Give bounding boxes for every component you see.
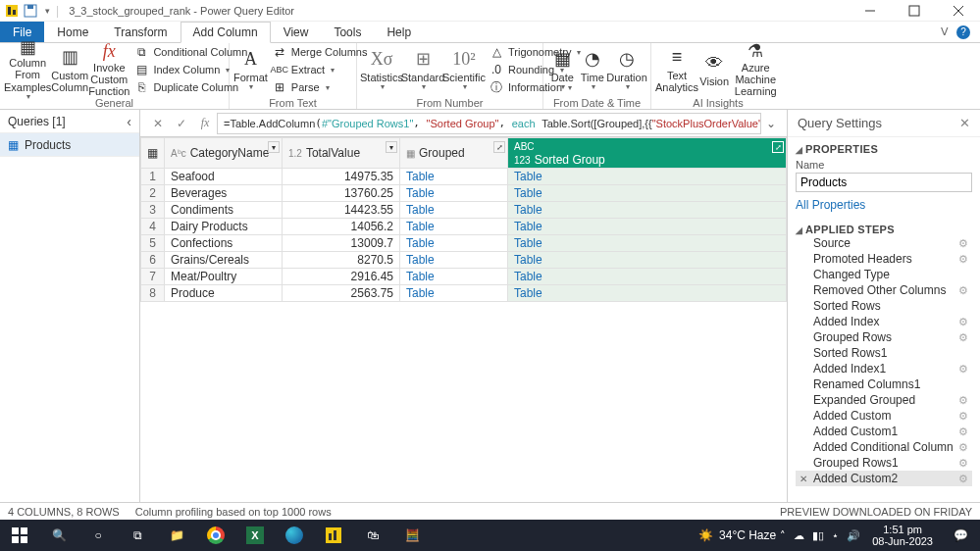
data-grid[interactable]: ▦ AᵇcCategoryName▾ 1.2TotalValue▾ ▦Group…: [140, 137, 787, 521]
cell-totalvalue[interactable]: 13009.7: [283, 235, 400, 252]
cell-totalvalue[interactable]: 14423.55: [283, 202, 400, 219]
cell-totalvalue[interactable]: 2916.45: [283, 269, 400, 285]
text-analytics-button[interactable]: ≡Text Analytics: [655, 43, 698, 96]
applied-step[interactable]: Sorted Rows1: [796, 345, 972, 361]
gear-icon[interactable]: ⚙: [958, 253, 968, 266]
cell-totalvalue[interactable]: 14056.2: [283, 219, 400, 235]
expand-icon[interactable]: ⤢: [772, 141, 784, 153]
battery-icon[interactable]: ▮▯: [812, 529, 824, 542]
notifications-icon[interactable]: 💬: [941, 520, 980, 551]
filter-icon[interactable]: ▾: [386, 141, 397, 153]
help-icon[interactable]: ?: [956, 25, 970, 39]
applied-step[interactable]: Grouped Rows⚙: [796, 329, 972, 345]
file-explorer-icon[interactable]: 📁: [157, 520, 196, 551]
row-number[interactable]: 7: [141, 269, 165, 285]
gear-icon[interactable]: ⚙: [958, 394, 968, 407]
cell-category[interactable]: Beverages: [165, 185, 283, 202]
applied-step[interactable]: Renamed Columns1: [796, 376, 972, 392]
row-number[interactable]: 3: [141, 202, 165, 219]
column-from-examples-button[interactable]: ▦ Column From Examples: [4, 43, 51, 96]
tab-add-column[interactable]: Add Column: [181, 22, 271, 43]
applied-step[interactable]: Added Custom2⚙: [796, 471, 972, 486]
applied-step[interactable]: Changed Type: [796, 267, 972, 282]
accept-formula-icon[interactable]: ✓: [170, 113, 193, 134]
wifi-icon[interactable]: ⋆: [832, 529, 839, 542]
cell-category[interactable]: Condiments: [165, 202, 283, 219]
tab-view[interactable]: View: [271, 22, 322, 42]
search-icon[interactable]: 🔍: [39, 520, 78, 551]
cell-grouped[interactable]: Table: [400, 285, 508, 302]
tab-home[interactable]: Home: [44, 22, 101, 42]
expand-icon[interactable]: ⤢: [493, 141, 505, 153]
cell-sortedgroup[interactable]: Table: [508, 202, 787, 219]
cell-totalvalue[interactable]: 2563.75: [283, 285, 400, 302]
task-view-icon[interactable]: ⧉: [118, 520, 157, 551]
cell-sortedgroup[interactable]: Table: [508, 169, 787, 185]
gear-icon[interactable]: ⚙: [958, 237, 968, 250]
save-icon[interactable]: [22, 2, 39, 20]
name-input[interactable]: [796, 173, 972, 192]
custom-column-button[interactable]: ▥ Custom Column: [51, 43, 88, 96]
row-number[interactable]: 8: [141, 285, 165, 302]
azure-ml-button[interactable]: ⚗Azure Machine Learning: [730, 43, 781, 96]
tab-transform[interactable]: Transform: [101, 22, 180, 42]
applied-step[interactable]: Added Custom1⚙: [796, 424, 972, 439]
merge-columns-button[interactable]: ⇄Merge Columns: [272, 43, 368, 61]
gear-icon[interactable]: ⚙: [958, 473, 968, 485]
close-settings-icon[interactable]: ✕: [959, 116, 970, 130]
applied-step[interactable]: Added Conditional Column⚙: [796, 439, 972, 455]
minimize-button[interactable]: [848, 0, 892, 22]
cell-grouped[interactable]: Table: [400, 252, 508, 269]
time-button[interactable]: ◔Time: [578, 43, 608, 96]
gear-icon[interactable]: ⚙: [958, 441, 968, 454]
calculator-icon[interactable]: 🧮: [392, 520, 432, 551]
format-button[interactable]: A Format: [233, 43, 268, 96]
applied-step[interactable]: Added Index1⚙: [796, 361, 972, 376]
parse-button[interactable]: ⊞Parse: [272, 78, 368, 96]
ribbon-collapse-icon[interactable]: ᐯ: [941, 25, 949, 38]
cell-category[interactable]: Seafood: [165, 169, 283, 185]
gear-icon[interactable]: ⚙: [958, 331, 968, 344]
weather-widget[interactable]: ☀️ 34°C Haze: [698, 528, 776, 542]
row-number[interactable]: 4: [141, 219, 165, 235]
cell-totalvalue[interactable]: 13760.25: [283, 185, 400, 202]
applied-step[interactable]: Promoted Headers⚙: [796, 251, 972, 267]
row-header-corner[interactable]: ▦: [141, 138, 165, 169]
maximize-button[interactable]: [892, 0, 936, 22]
applied-step[interactable]: Source⚙: [796, 235, 972, 251]
column-header-totalvalue[interactable]: 1.2TotalValue▾: [283, 138, 400, 169]
row-number[interactable]: 5: [141, 235, 165, 252]
cell-sortedgroup[interactable]: Table: [508, 285, 787, 302]
statistics-button[interactable]: XσStatistics: [361, 43, 402, 96]
cell-category[interactable]: Grains/Cereals: [165, 252, 283, 269]
chevron-up-icon[interactable]: ˄: [780, 529, 786, 542]
gear-icon[interactable]: ⚙: [958, 363, 968, 376]
column-header-grouped[interactable]: ▦Grouped⤢: [400, 138, 508, 169]
applied-step[interactable]: Removed Other Columns⚙: [796, 282, 972, 298]
applied-step[interactable]: Expanded Grouped⚙: [796, 392, 972, 408]
gear-icon[interactable]: ⚙: [958, 410, 968, 423]
gear-icon[interactable]: ⚙: [958, 426, 968, 438]
cell-sortedgroup[interactable]: Table: [508, 252, 787, 269]
cell-category[interactable]: Produce: [165, 285, 283, 302]
query-item-products[interactable]: ▦ Products: [0, 133, 139, 157]
cell-grouped[interactable]: Table: [400, 202, 508, 219]
applied-step[interactable]: Added Custom⚙: [796, 408, 972, 424]
expand-formula-icon[interactable]: ⌄: [761, 117, 781, 130]
cell-category[interactable]: Dairy Products: [165, 219, 283, 235]
column-header-sortedgroup[interactable]: ABC123Sorted Group⤢: [508, 138, 787, 169]
column-header-categoryname[interactable]: AᵇcCategoryName▾: [165, 138, 283, 169]
collapse-queries-icon[interactable]: ‹: [127, 114, 131, 129]
cell-sortedgroup[interactable]: Table: [508, 235, 787, 252]
system-tray[interactable]: ˄ ☁ ▮▯ ⋆ 🔊: [776, 529, 864, 542]
cell-totalvalue[interactable]: 14975.35: [283, 169, 400, 185]
edge-icon[interactable]: [275, 520, 314, 551]
powerbi-icon[interactable]: [314, 520, 353, 551]
start-button[interactable]: [0, 520, 39, 551]
cortana-icon[interactable]: ○: [78, 520, 118, 551]
gear-icon[interactable]: ⚙: [958, 284, 968, 297]
cell-grouped[interactable]: Table: [400, 269, 508, 285]
cell-sortedgroup[interactable]: Table: [508, 185, 787, 202]
vision-button[interactable]: 👁Vision: [698, 43, 730, 96]
close-button[interactable]: [936, 0, 980, 22]
